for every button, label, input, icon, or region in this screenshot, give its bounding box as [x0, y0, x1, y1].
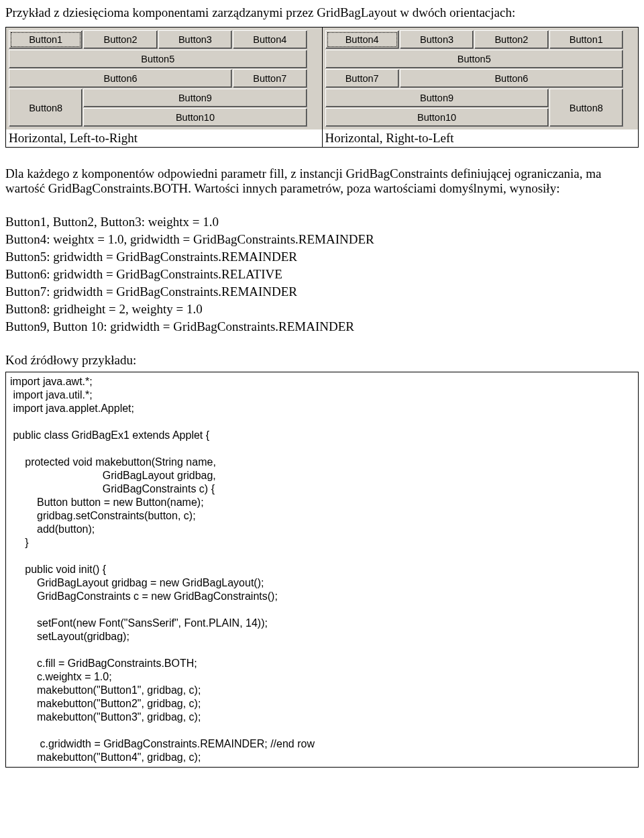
- constraint-line-6: Button8: gridheight = 2, weighty = 1.0: [5, 302, 639, 317]
- constraint-line-4: Button6: gridwidth = GridBagConstraints.…: [5, 267, 639, 282]
- button-6[interactable]: Button6: [9, 69, 232, 88]
- button-1[interactable]: Button1: [9, 30, 83, 49]
- button-9-rtl[interactable]: Button9: [325, 89, 549, 107]
- button-9[interactable]: Button9: [83, 89, 307, 107]
- paragraph-constraints-intro: Dla każdego z komponentów odpowiedni par…: [5, 166, 639, 196]
- paragraph-source-label: Kod źródłowy przykładu:: [5, 353, 639, 368]
- intro-text: Przykład z dziesięcioma komponentami zar…: [5, 5, 639, 20]
- button-3[interactable]: Button3: [158, 30, 232, 49]
- panel-rtl: Button4 Button3 Button2 Button1 Button5 …: [323, 28, 639, 129]
- button-1-rtl[interactable]: Button1: [549, 30, 623, 49]
- code-listing: import java.awt.*; import java.util.*; i…: [5, 372, 639, 768]
- button-10[interactable]: Button10: [83, 108, 307, 127]
- button-8-rtl[interactable]: Button8: [549, 89, 623, 127]
- panel-ltr: Button1 Button2 Button3 Button4 Button5 …: [6, 28, 322, 129]
- constraint-line-1: Button1, Button2, Button3: weightx = 1.0: [5, 215, 639, 229]
- constraint-line-2: Button4: weightx = 1.0, gridwidth = Grid…: [5, 232, 639, 247]
- button-7[interactable]: Button7: [233, 69, 307, 88]
- caption-ltr: Horizontal, Left-to-Right: [6, 129, 322, 147]
- button-2[interactable]: Button2: [83, 30, 157, 49]
- button-8[interactable]: Button8: [9, 89, 83, 127]
- button-4-rtl[interactable]: Button4: [325, 30, 399, 49]
- constraint-line-7: Button9, Button 10: gridwidth = GridBagC…: [5, 319, 639, 334]
- constraint-line-3: Button5: gridwidth = GridBagConstraints.…: [5, 250, 639, 264]
- button-2-rtl[interactable]: Button2: [474, 30, 548, 49]
- button-6-rtl[interactable]: Button6: [400, 69, 623, 88]
- button-4[interactable]: Button4: [233, 30, 307, 49]
- button-10-rtl[interactable]: Button10: [325, 108, 549, 127]
- button-7-rtl[interactable]: Button7: [325, 69, 399, 88]
- button-3-rtl[interactable]: Button3: [400, 30, 474, 49]
- constraint-line-5: Button7: gridwidth = GridBagConstraints.…: [5, 284, 639, 299]
- button-5[interactable]: Button5: [9, 50, 307, 68]
- examples-table: Button1 Button2 Button3 Button4 Button5 …: [5, 27, 639, 148]
- button-5-rtl[interactable]: Button5: [325, 50, 624, 68]
- caption-rtl: Horizontal, Right-to-Left: [323, 129, 639, 147]
